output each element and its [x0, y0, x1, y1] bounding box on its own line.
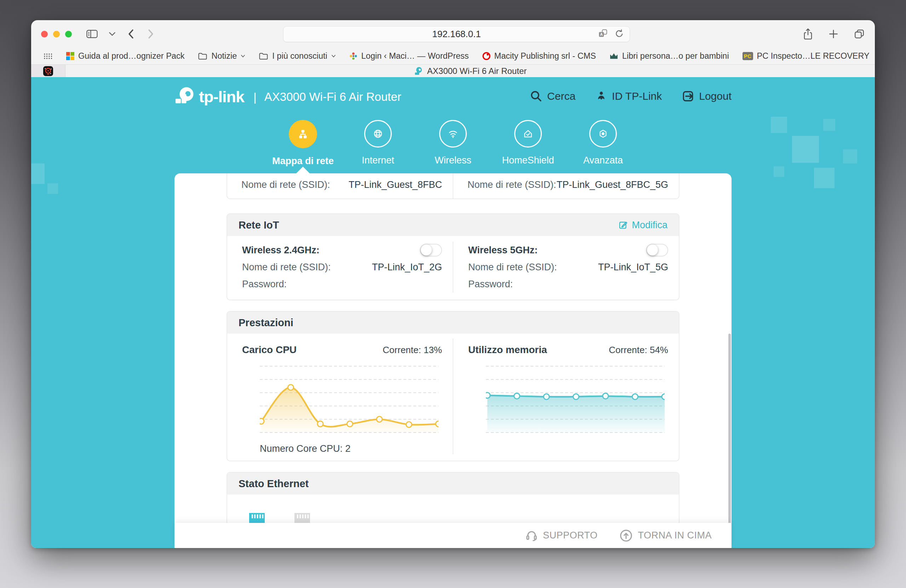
- svg-text:A: A: [600, 32, 603, 37]
- guest-24-col: Nome di rete (SSID): TP-Link_Guest_8FBC: [227, 174, 453, 199]
- wordpress-site-icon: [349, 52, 357, 60]
- tab-title: AX3000 Wi-Fi 6 Air Router: [427, 66, 526, 76]
- gear-icon: [596, 126, 611, 141]
- bookmark-folder[interactable]: Notizie: [198, 51, 245, 61]
- new-tab-icon[interactable]: [828, 29, 839, 39]
- back-button[interactable]: [126, 28, 136, 40]
- close-window-button[interactable]: [41, 31, 48, 38]
- vodafone-icon: [482, 52, 491, 60]
- iot-ssid-24: TP-Link_IoT_2G: [372, 262, 442, 273]
- guest-ssid-5: TP-Link_Guest_8FBC_5G: [557, 179, 668, 199]
- iot-network-section: Rete IoT Modifica Wireless 2.4: [226, 214, 680, 300]
- translate-icon[interactable]: A: [598, 29, 608, 40]
- content-card: Nome di rete (SSID): TP-Link_Guest_8FBC …: [174, 174, 732, 548]
- pinned-tab[interactable]: [31, 65, 65, 77]
- tab-bar: AX3000 Wi-Fi 6 Air Router: [31, 64, 875, 77]
- nav-item-advanced[interactable]: Avanzata: [566, 120, 641, 167]
- router-model-title: AX3000 Wi-Fi 6 Air Router: [264, 90, 401, 104]
- memory-chart-title: Utilizzo memoria: [468, 344, 547, 355]
- address-bar[interactable]: 192.168.0.1 A: [283, 26, 630, 42]
- tp-link-favicon: [414, 67, 423, 76]
- decor-square: [771, 117, 787, 133]
- minimize-window-button[interactable]: [53, 31, 60, 38]
- decor-square: [843, 149, 857, 163]
- microsoft-icon: [66, 52, 74, 60]
- decor-square: [792, 136, 819, 163]
- favorites-grid-icon[interactable]: [43, 53, 53, 60]
- cpu-chart-title: Carico CPU: [242, 344, 297, 355]
- chevron-down-icon[interactable]: [108, 32, 116, 37]
- zoom-window-button[interactable]: [65, 31, 72, 38]
- nav-item-network-map[interactable]: Mappa di rete: [265, 120, 340, 167]
- decor-square: [31, 163, 45, 184]
- tplink-id-button[interactable]: ID TP-Link: [595, 90, 662, 102]
- iot-5-col: Wireless 5GHz: Nome di rete (SSID): TP-L…: [453, 242, 679, 293]
- iot-ssid-5: TP-Link_IoT_5G: [598, 262, 668, 273]
- folder-icon: [259, 52, 268, 60]
- iot-section-title: Rete IoT: [239, 219, 279, 231]
- memory-chart-col: Utilizzo memoria Corrente: 54%: [453, 339, 679, 454]
- guest-5-col: Nome di rete (SSID): TP-Link_Guest_8FBC_…: [453, 174, 679, 199]
- brand-name: tp-link: [199, 88, 244, 106]
- bookmark-item[interactable]: PC PC Inspecto…LE RECOVERY: [742, 51, 869, 61]
- wireless-wifi-icon: [445, 126, 461, 141]
- brand-separator: |: [254, 90, 257, 104]
- router-page: tp-link | AX3000 Wi-Fi 6 Air Router Cerc…: [31, 77, 875, 548]
- reload-icon[interactable]: [615, 29, 624, 40]
- browser-toolbar: 192.168.0.1 A: [31, 20, 875, 48]
- decor-square: [48, 183, 58, 194]
- cpu-current-value: Corrente: 13%: [383, 344, 442, 355]
- cpu-chart-col: Carico CPU Corrente: 13% Numero Core CPU…: [227, 339, 453, 454]
- cpu-load-chart: [260, 359, 439, 439]
- back-to-top-button[interactable]: TORNA IN CIMA: [619, 529, 712, 542]
- sidebar-icon[interactable]: [86, 29, 98, 39]
- site-header: tp-link | AX3000 Wi-Fi 6 Air Router: [174, 86, 401, 108]
- pc-badge-icon: PC: [742, 52, 753, 60]
- decor-square: [774, 166, 784, 177]
- nav-item-wireless[interactable]: Wireless: [415, 120, 491, 167]
- chevron-down-icon: [331, 54, 336, 58]
- wireless-5-toggle[interactable]: [646, 244, 668, 257]
- desktop-background: 192.168.0.1 A: [0, 0, 906, 588]
- arrow-up-circle-icon: [619, 529, 633, 542]
- crown-icon: [609, 53, 618, 60]
- forward-button[interactable]: [146, 28, 155, 40]
- performance-section-title: Prestazioni: [239, 317, 293, 329]
- bookmark-item[interactable]: Guida al prod…ognizer Pack: [66, 51, 184, 61]
- network-map-icon: [296, 127, 310, 141]
- wireless-24-toggle[interactable]: [420, 244, 442, 257]
- bookmark-item[interactable]: Macity Publishing srl - CMS: [482, 51, 596, 61]
- share-icon[interactable]: [803, 28, 813, 40]
- memory-usage-chart: [486, 359, 665, 439]
- page-scrollbar-thumb[interactable]: [728, 334, 731, 524]
- decor-square: [823, 119, 835, 131]
- search-icon: [530, 90, 542, 103]
- edit-icon: [618, 220, 628, 230]
- headset-icon: [525, 529, 538, 542]
- guest-ssid-24: TP-Link_Guest_8FBC: [349, 179, 442, 199]
- safari-window: 192.168.0.1 A: [31, 20, 875, 548]
- pinned-tab-app-icon: [43, 66, 53, 76]
- internet-globe-icon: [370, 126, 385, 141]
- search-button[interactable]: Cerca: [530, 90, 576, 103]
- nav-item-homeshield[interactable]: HomeShield: [491, 120, 566, 167]
- ethernet-section-title: Stato Ethernet: [239, 478, 309, 490]
- logout-button[interactable]: Logout: [682, 90, 732, 103]
- bookmark-folder[interactable]: I più conosciuti: [259, 51, 335, 61]
- bookmarks-bar: Guida al prod…ognizer Pack Notizie I più…: [31, 48, 875, 64]
- bookmark-item[interactable]: Login ‹ Maci… — WordPress: [349, 51, 469, 61]
- bookmark-item[interactable]: Libri persona…o per bambini: [609, 51, 729, 61]
- cpu-core-note: Numero Core CPU: 2: [260, 443, 442, 454]
- performance-section: Prestazioni Carico CPU Corrente: 13% Num…: [226, 311, 680, 461]
- homeshield-icon: [521, 126, 536, 141]
- nav-item-internet[interactable]: Internet: [340, 120, 415, 167]
- url-text: 192.168.0.1: [432, 29, 481, 40]
- chevron-down-icon: [241, 54, 245, 58]
- support-button[interactable]: SUPPORTO: [525, 529, 598, 542]
- header-actions: Cerca ID TP-Link Logout: [530, 90, 732, 103]
- guest-network-section: Nome di rete (SSID): TP-Link_Guest_8FBC …: [226, 174, 680, 199]
- active-tab[interactable]: AX3000 Wi-Fi 6 Air Router: [65, 65, 875, 77]
- tab-overview-icon[interactable]: [853, 29, 865, 39]
- iot-edit-button[interactable]: Modifica: [618, 220, 667, 231]
- logout-icon: [682, 90, 694, 103]
